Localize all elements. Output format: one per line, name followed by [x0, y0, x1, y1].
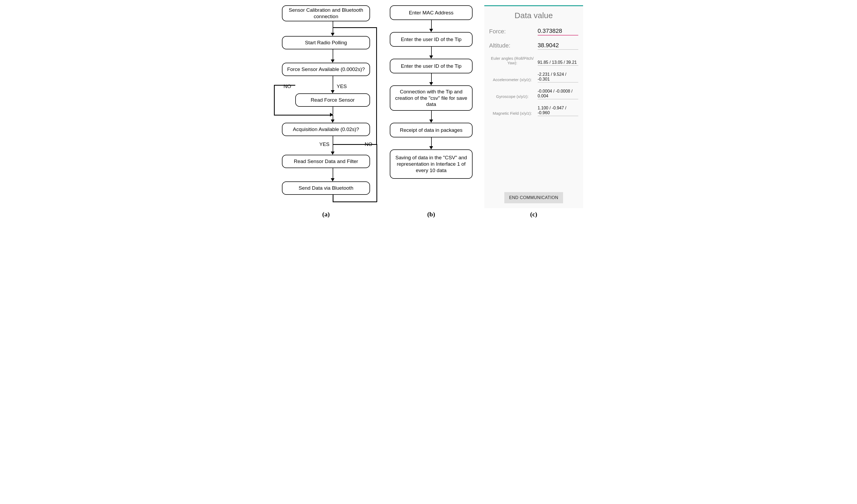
value-euler: 91.85 / 13.05 / 39.21: [538, 60, 578, 66]
arrow-head-icon: [331, 90, 335, 93]
node-sensor-calibration: Sensor Calibration and Bluetooth connect…: [282, 5, 370, 21]
arrow-line: [333, 21, 333, 27]
value-magnetic: 1.100 / -0.947 / -0.960: [538, 106, 578, 116]
branch-line: [333, 27, 377, 28]
panel-caption-b: (b): [427, 211, 435, 218]
figure-container: Sensor Calibration and Bluetooth connect…: [5, 5, 852, 218]
arrow-line: [333, 168, 333, 178]
value-altitude: 38.9042: [538, 42, 578, 50]
data-row-magnetic: Magnetic Field (x/y/z): 1.100 / -0.947 /…: [489, 106, 578, 116]
app-screen: Data value Force: 0.373828 Altitude: 38.…: [484, 5, 583, 208]
app-title: Data value: [489, 11, 578, 20]
branch-line: [333, 202, 377, 202]
arrow-line: [333, 115, 333, 120]
label-euler: Euler angles (Roll/Pitch/ Yaw):: [489, 56, 536, 66]
branch-line: [333, 195, 334, 202]
arrow-line: [333, 49, 333, 59]
decision-label-no: NO: [284, 84, 291, 89]
arrow-line: [431, 47, 432, 55]
node-enter-user-id-1: Enter the user ID of the Tip: [390, 32, 473, 47]
arrow-head-icon: [429, 120, 433, 123]
decision-label-no: NO: [365, 141, 372, 147]
label-gyroscope: Gyroscope (x/y/z):: [489, 94, 536, 99]
decision-label-yes: YES: [337, 84, 347, 89]
arrow-line: [333, 76, 333, 90]
decision-label-yes: YES: [319, 141, 330, 147]
label-magnetic: Magnetic Field (x/y/z):: [489, 111, 536, 116]
label-accelerometer: Accelerometer (x/y/z):: [489, 77, 536, 83]
label-force: Force:: [489, 28, 536, 35]
node-receipt-data: Receipt of data in packages: [390, 123, 473, 137]
node-read-sensor-data-filter: Read Sensor Data and Filter: [282, 155, 370, 168]
data-row-accelerometer: Accelerometer (x/y/z): -2.231 / 9.524 / …: [489, 72, 578, 83]
value-gyroscope: -0.0004 / -0.0008 / 0.004: [538, 89, 578, 99]
label-altitude: Altitude:: [489, 42, 536, 50]
arrow-head-icon: [429, 29, 433, 32]
data-row-altitude: Altitude: 38.9042: [489, 42, 578, 50]
arrow-line: [333, 136, 333, 152]
branch-line: [376, 144, 377, 202]
data-row-force: Force: 0.373828: [489, 28, 578, 35]
arrow-line: [431, 137, 432, 146]
flowchart-a: Sensor Calibration and Bluetooth connect…: [274, 5, 378, 208]
arrow-line: [431, 20, 432, 29]
arrow-head-icon: [429, 146, 433, 150]
panel-c: Data value Force: 0.373828 Altitude: 38.…: [484, 5, 583, 218]
panel-a: Sensor Calibration and Bluetooth connect…: [274, 5, 378, 218]
panel-b: Enter MAC Address Enter the user ID of t…: [384, 5, 478, 218]
arrow-head-icon: [429, 82, 433, 85]
arrow-line: [333, 28, 333, 33]
panel-caption-a: (a): [322, 211, 330, 218]
node-enter-mac: Enter MAC Address: [390, 5, 473, 20]
node-connection-csv: Connection with the Tip and creation of …: [390, 85, 473, 111]
arrow-line: [431, 73, 432, 82]
flowchart-b: Enter MAC Address Enter the user ID of t…: [384, 5, 478, 208]
arrow-head-icon: [331, 120, 335, 123]
branch-line: [376, 27, 377, 145]
node-send-data-bluetooth: Send Data via Bluetooth: [282, 181, 370, 195]
node-enter-user-id-2: Enter the user ID of the Tip: [390, 59, 473, 73]
arrow-head-icon: [331, 59, 335, 63]
end-communication-button[interactable]: END COMMUNICATION: [504, 192, 563, 203]
node-saving-csv-interface: Saving of data in the "CSV" and represen…: [390, 150, 473, 179]
arrow-head-icon: [331, 33, 335, 36]
arrow-head-icon: [331, 152, 335, 155]
data-row-euler: Euler angles (Roll/Pitch/ Yaw): 91.85 / …: [489, 56, 578, 66]
node-start-radio-polling: Start Radio Polling: [282, 36, 370, 49]
data-row-gyroscope: Gyroscope (x/y/z): -0.0004 / -0.0008 / 0…: [489, 89, 578, 99]
arrow-head-icon: [429, 55, 433, 59]
value-force: 0.373828: [538, 28, 578, 35]
arrow-line: [431, 111, 432, 120]
node-force-sensor-available: Force Sensor Available (0.0002s)?: [282, 63, 370, 76]
panel-caption-c: (c): [530, 211, 537, 218]
arrow-head-icon: [331, 178, 335, 181]
value-accelerometer: -2.231 / 9.524 / -0.301: [538, 72, 578, 83]
node-acquisition-available: Acquisition Available (0.02s)?: [282, 123, 370, 136]
branch-line: [274, 85, 275, 115]
branch-line: [274, 115, 333, 116]
node-read-force-sensor: Read Force Sensor: [295, 93, 370, 107]
